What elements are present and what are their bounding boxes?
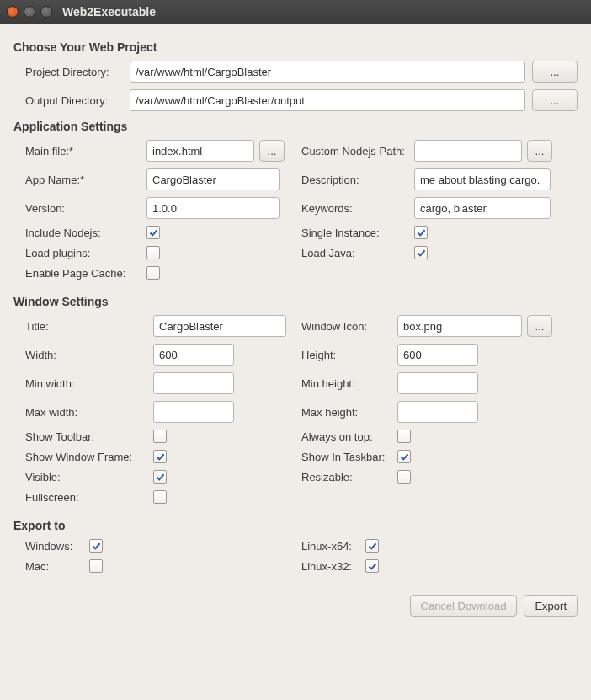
show-toolbar-checkbox[interactable]	[153, 430, 167, 443]
keywords-input[interactable]	[414, 197, 551, 219]
export-linux64-label: Linux-x64:	[301, 540, 365, 553]
custom-node-input[interactable]	[414, 140, 522, 162]
include-nodejs-checkbox[interactable]	[146, 226, 160, 239]
minheight-input[interactable]	[397, 372, 478, 394]
single-instance-label: Single Instance:	[301, 227, 414, 239]
app-name-label: App Name:*	[25, 174, 146, 186]
version-label: Version:	[25, 202, 146, 215]
output-directory-browse-button[interactable]: ...	[532, 89, 578, 111]
export-windows-label: Windows:	[25, 540, 89, 553]
custom-node-label: Custom Nodejs Path:	[301, 145, 414, 158]
resizable-checkbox[interactable]	[397, 470, 411, 484]
show-taskbar-checkbox[interactable]	[397, 450, 411, 463]
custom-node-browse-button[interactable]: ...	[527, 140, 552, 162]
title-label: Title:	[25, 320, 153, 333]
height-label: Height:	[301, 349, 397, 361]
maxheight-label: Max height:	[301, 406, 397, 419]
window-icon-label: Window Icon:	[301, 320, 397, 333]
export-button[interactable]: Export	[524, 595, 578, 617]
load-java-checkbox[interactable]	[414, 246, 428, 259]
width-input[interactable]	[153, 344, 234, 366]
load-plugins-checkbox[interactable]	[146, 246, 160, 259]
keywords-label: Keywords:	[301, 202, 414, 215]
enable-cache-checkbox[interactable]	[146, 266, 160, 280]
load-java-label: Load Java:	[301, 247, 414, 259]
section-export-to: Export to	[13, 519, 578, 532]
section-window-settings: Window Settings	[13, 295, 578, 308]
always-on-top-label: Always on top:	[301, 430, 397, 443]
window-icon-browse-button[interactable]: ...	[527, 315, 552, 337]
app-name-input[interactable]	[146, 168, 280, 190]
load-plugins-label: Load plugins:	[25, 247, 146, 259]
export-mac-label: Mac:	[25, 560, 89, 573]
export-linux32-label: Linux-x32:	[301, 560, 365, 573]
output-directory-label: Output Directory:	[25, 94, 130, 107]
main-file-browse-button[interactable]: ...	[259, 140, 285, 162]
always-on-top-checkbox[interactable]	[397, 430, 411, 443]
section-choose-project: Choose Your Web Project	[13, 40, 578, 54]
window-icon-input[interactable]	[397, 315, 522, 337]
visible-label: Visible:	[25, 471, 153, 484]
export-windows-checkbox[interactable]	[89, 539, 103, 553]
show-frame-label: Show Window Frame:	[25, 451, 153, 463]
version-input[interactable]	[146, 197, 280, 219]
minheight-label: Min height:	[301, 377, 397, 390]
cancel-download-button: Cancel Download	[410, 595, 518, 617]
export-mac-checkbox[interactable]	[89, 559, 103, 573]
enable-cache-label: Enable Page Cache:	[25, 267, 146, 280]
include-nodejs-label: Include Nodejs:	[25, 227, 146, 239]
main-file-label: Main file:*	[25, 145, 146, 158]
visible-checkbox[interactable]	[153, 470, 167, 484]
project-directory-label: Project Directory:	[25, 66, 130, 78]
section-app-settings: Application Settings	[13, 120, 578, 133]
single-instance-checkbox[interactable]	[414, 226, 428, 239]
maxheight-input[interactable]	[397, 401, 478, 423]
maxwidth-label: Max width:	[25, 406, 153, 419]
fullscreen-label: Fullscreen:	[25, 491, 153, 504]
description-input[interactable]	[414, 168, 551, 190]
resizable-label: Resizable:	[301, 471, 397, 484]
description-label: Description:	[301, 174, 414, 186]
project-directory-browse-button[interactable]: ...	[532, 61, 578, 83]
titlebar: Web2Executable	[0, 0, 591, 24]
minwidth-label: Min width:	[25, 377, 153, 390]
export-linux32-checkbox[interactable]	[365, 559, 379, 573]
window-minimize-button[interactable]	[24, 6, 35, 18]
show-frame-checkbox[interactable]	[153, 450, 167, 463]
window-title: Web2Executable	[62, 5, 156, 19]
window-close-button[interactable]	[7, 6, 19, 18]
height-input[interactable]	[397, 344, 478, 366]
show-toolbar-label: Show Toolbar:	[25, 430, 153, 443]
export-linux64-checkbox[interactable]	[365, 539, 379, 553]
fullscreen-checkbox[interactable]	[153, 490, 167, 504]
show-taskbar-label: Show In Taskbar:	[301, 451, 397, 463]
maxwidth-input[interactable]	[153, 401, 234, 423]
main-file-input[interactable]	[146, 140, 254, 162]
output-directory-input[interactable]	[130, 89, 525, 111]
minwidth-input[interactable]	[153, 372, 234, 394]
window-maximize-button[interactable]	[40, 6, 52, 18]
width-label: Width:	[25, 349, 153, 361]
title-input[interactable]	[153, 315, 286, 337]
project-directory-input[interactable]	[130, 61, 525, 83]
